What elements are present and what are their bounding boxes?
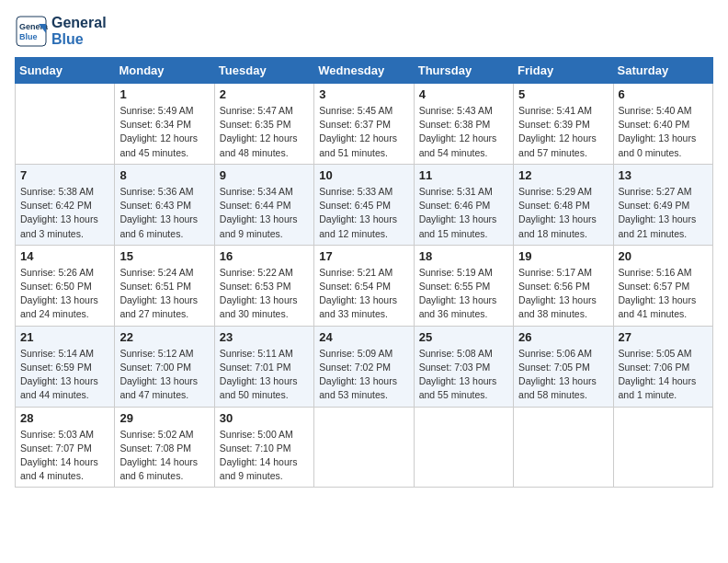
- day-info: Sunrise: 5:49 AMSunset: 6:34 PMDaylight:…: [119, 104, 209, 160]
- day-number: 16: [220, 249, 309, 263]
- weekday-header-friday: Friday: [514, 58, 613, 84]
- week-row-4: 21Sunrise: 5:14 AMSunset: 6:59 PMDayligh…: [16, 326, 713, 407]
- day-cell: 18Sunrise: 5:19 AMSunset: 6:55 PMDayligh…: [414, 245, 513, 326]
- day-cell: 13Sunrise: 5:27 AMSunset: 6:49 PMDayligh…: [613, 164, 712, 245]
- day-cell: 4Sunrise: 5:43 AMSunset: 6:38 PMDaylight…: [414, 84, 513, 165]
- svg-rect-0: [17, 17, 46, 46]
- day-info: Sunrise: 5:41 AMSunset: 6:39 PMDaylight:…: [518, 104, 608, 160]
- day-cell: 27Sunrise: 5:05 AMSunset: 7:06 PMDayligh…: [613, 326, 712, 407]
- day-info: Sunrise: 5:21 AMSunset: 6:54 PMDaylight:…: [319, 266, 408, 322]
- day-cell: 17Sunrise: 5:21 AMSunset: 6:54 PMDayligh…: [314, 245, 414, 326]
- day-number: 27: [619, 330, 708, 344]
- day-info: Sunrise: 5:45 AMSunset: 6:37 PMDaylight:…: [319, 104, 408, 160]
- weekday-header-monday: Monday: [115, 58, 214, 84]
- day-number: 2: [220, 87, 309, 101]
- day-number: 4: [419, 87, 508, 101]
- day-cell: 8Sunrise: 5:36 AMSunset: 6:43 PMDaylight…: [115, 164, 214, 245]
- day-cell: 9Sunrise: 5:34 AMSunset: 6:44 PMDaylight…: [214, 164, 313, 245]
- weekday-header-thursday: Thursday: [414, 58, 513, 84]
- day-number: 30: [220, 411, 309, 425]
- day-cell: 26Sunrise: 5:06 AMSunset: 7:05 PMDayligh…: [514, 326, 613, 407]
- day-cell: 21Sunrise: 5:14 AMSunset: 6:59 PMDayligh…: [16, 326, 115, 407]
- day-cell: 3Sunrise: 5:45 AMSunset: 6:37 PMDaylight…: [314, 84, 414, 165]
- day-number: 20: [619, 249, 708, 263]
- day-number: 23: [220, 330, 309, 344]
- day-cell: 30Sunrise: 5:00 AMSunset: 7:10 PMDayligh…: [214, 407, 313, 488]
- day-info: Sunrise: 5:24 AMSunset: 6:51 PMDaylight:…: [119, 266, 209, 322]
- day-number: 10: [319, 168, 408, 182]
- day-cell: 22Sunrise: 5:12 AMSunset: 7:00 PMDayligh…: [115, 326, 214, 407]
- day-cell: 23Sunrise: 5:11 AMSunset: 7:01 PMDayligh…: [214, 326, 313, 407]
- day-cell: 12Sunrise: 5:29 AMSunset: 6:48 PMDayligh…: [514, 164, 613, 245]
- day-number: 11: [419, 168, 508, 182]
- day-info: Sunrise: 5:09 AMSunset: 7:02 PMDaylight:…: [319, 347, 408, 403]
- day-number: 7: [20, 168, 109, 182]
- day-cell: 24Sunrise: 5:09 AMSunset: 7:02 PMDayligh…: [314, 326, 414, 407]
- day-info: Sunrise: 5:47 AMSunset: 6:35 PMDaylight:…: [220, 104, 309, 160]
- day-info: Sunrise: 5:12 AMSunset: 7:00 PMDaylight:…: [119, 347, 209, 403]
- day-info: Sunrise: 5:43 AMSunset: 6:38 PMDaylight:…: [419, 104, 508, 160]
- day-info: Sunrise: 5:22 AMSunset: 6:53 PMDaylight:…: [220, 266, 309, 322]
- day-number: 9: [220, 168, 309, 182]
- day-cell: 25Sunrise: 5:08 AMSunset: 7:03 PMDayligh…: [414, 326, 513, 407]
- day-info: Sunrise: 5:16 AMSunset: 6:57 PMDaylight:…: [619, 266, 708, 322]
- week-row-5: 28Sunrise: 5:03 AMSunset: 7:07 PMDayligh…: [16, 407, 713, 488]
- day-number: 3: [319, 87, 408, 101]
- day-number: 15: [119, 249, 209, 263]
- day-cell: 7Sunrise: 5:38 AMSunset: 6:42 PMDaylight…: [16, 164, 115, 245]
- day-info: Sunrise: 5:17 AMSunset: 6:56 PMDaylight:…: [518, 266, 608, 322]
- day-number: 13: [619, 168, 708, 182]
- day-cell: 6Sunrise: 5:40 AMSunset: 6:40 PMDaylight…: [613, 84, 712, 165]
- day-number: 22: [119, 330, 209, 344]
- logo: General Blue General Blue: [15, 15, 107, 48]
- day-info: Sunrise: 5:34 AMSunset: 6:44 PMDaylight:…: [220, 185, 309, 241]
- day-number: 24: [319, 330, 408, 344]
- day-number: 5: [518, 87, 608, 101]
- day-cell: [314, 407, 414, 488]
- day-info: Sunrise: 5:19 AMSunset: 6:55 PMDaylight:…: [419, 266, 508, 322]
- day-cell: 1Sunrise: 5:49 AMSunset: 6:34 PMDaylight…: [115, 84, 214, 165]
- day-cell: 20Sunrise: 5:16 AMSunset: 6:57 PMDayligh…: [613, 245, 712, 326]
- day-cell: [514, 407, 613, 488]
- day-cell: 19Sunrise: 5:17 AMSunset: 6:56 PMDayligh…: [514, 245, 613, 326]
- day-cell: 5Sunrise: 5:41 AMSunset: 6:39 PMDaylight…: [514, 84, 613, 165]
- week-row-3: 14Sunrise: 5:26 AMSunset: 6:50 PMDayligh…: [16, 245, 713, 326]
- day-cell: 14Sunrise: 5:26 AMSunset: 6:50 PMDayligh…: [16, 245, 115, 326]
- weekday-header-sunday: Sunday: [16, 58, 115, 84]
- week-row-1: 1Sunrise: 5:49 AMSunset: 6:34 PMDaylight…: [16, 84, 713, 165]
- day-cell: 10Sunrise: 5:33 AMSunset: 6:45 PMDayligh…: [314, 164, 414, 245]
- weekday-header-saturday: Saturday: [613, 58, 712, 84]
- logo-icon: General Blue: [15, 15, 48, 48]
- day-info: Sunrise: 5:02 AMSunset: 7:08 PMDaylight:…: [119, 428, 209, 484]
- day-number: 28: [20, 411, 109, 425]
- day-cell: 2Sunrise: 5:47 AMSunset: 6:35 PMDaylight…: [214, 84, 313, 165]
- day-number: 25: [419, 330, 508, 344]
- day-cell: 29Sunrise: 5:02 AMSunset: 7:08 PMDayligh…: [115, 407, 214, 488]
- day-info: Sunrise: 5:00 AMSunset: 7:10 PMDaylight:…: [220, 428, 309, 484]
- day-number: 14: [20, 249, 109, 263]
- day-number: 6: [619, 87, 708, 101]
- day-number: 21: [20, 330, 109, 344]
- weekday-header-tuesday: Tuesday: [214, 58, 313, 84]
- day-info: Sunrise: 5:27 AMSunset: 6:49 PMDaylight:…: [619, 185, 708, 241]
- day-cell: 15Sunrise: 5:24 AMSunset: 6:51 PMDayligh…: [115, 245, 214, 326]
- day-cell: 11Sunrise: 5:31 AMSunset: 6:46 PMDayligh…: [414, 164, 513, 245]
- day-info: Sunrise: 5:36 AMSunset: 6:43 PMDaylight:…: [119, 185, 209, 241]
- day-info: Sunrise: 5:31 AMSunset: 6:46 PMDaylight:…: [419, 185, 508, 241]
- day-cell: 16Sunrise: 5:22 AMSunset: 6:53 PMDayligh…: [214, 245, 313, 326]
- day-info: Sunrise: 5:33 AMSunset: 6:45 PMDaylight:…: [319, 185, 408, 241]
- day-number: 19: [518, 249, 608, 263]
- day-cell: 28Sunrise: 5:03 AMSunset: 7:07 PMDayligh…: [16, 407, 115, 488]
- logo-text: General Blue: [51, 15, 107, 47]
- day-number: 1: [119, 87, 209, 101]
- day-info: Sunrise: 5:06 AMSunset: 7:05 PMDaylight:…: [518, 347, 608, 403]
- day-number: 29: [119, 411, 209, 425]
- day-info: Sunrise: 5:29 AMSunset: 6:48 PMDaylight:…: [518, 185, 608, 241]
- day-info: Sunrise: 5:26 AMSunset: 6:50 PMDaylight:…: [20, 266, 109, 322]
- day-number: 12: [518, 168, 608, 182]
- day-number: 8: [119, 168, 209, 182]
- day-number: 26: [518, 330, 608, 344]
- day-number: 17: [319, 249, 408, 263]
- day-info: Sunrise: 5:14 AMSunset: 6:59 PMDaylight:…: [20, 347, 109, 403]
- day-info: Sunrise: 5:08 AMSunset: 7:03 PMDaylight:…: [419, 347, 508, 403]
